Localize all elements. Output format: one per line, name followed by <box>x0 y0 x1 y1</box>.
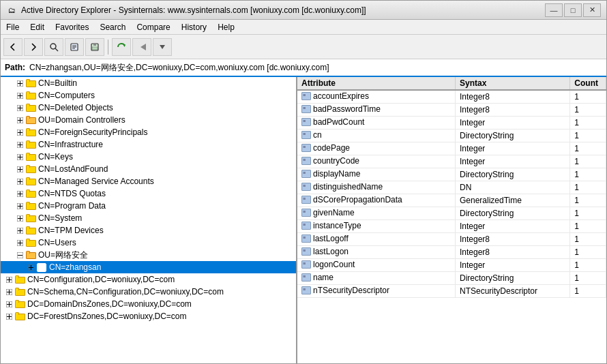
folder-icon <box>25 177 36 186</box>
attr-row[interactable]: ≡ distinguishedName DN1 <box>297 181 606 194</box>
attr-row[interactable]: ≡ accountExpires Integer81 <box>297 90 606 104</box>
attr-row[interactable]: ≡ dSCorePropagationData GeneralizedTime1 <box>297 194 606 207</box>
attr-syntax-cell: Integer8 <box>456 90 570 104</box>
attr-name-cell: ≡ dSCorePropagationData <box>297 194 456 207</box>
back-button[interactable] <box>3 38 23 56</box>
search-button[interactable] <box>44 38 63 56</box>
tree-item[interactable]: DC=ForestDnsZones,DC=woniuxy,DC=com <box>1 310 296 322</box>
attr-row[interactable]: ≡ logonCount Integer1 <box>297 259 606 272</box>
attr-row[interactable]: ≡ lastLogoff Integer81 <box>297 233 606 246</box>
tree-item-label: OU=Domain Controllers <box>38 115 125 125</box>
folder-icon <box>25 78 36 88</box>
tree-item[interactable]: CN=System <box>1 212 296 224</box>
expand-icon[interactable] <box>14 249 25 260</box>
attr-name: accountExpires <box>313 91 369 101</box>
expand-icon[interactable] <box>14 115 25 125</box>
tree-item[interactable]: CN=Program Data <box>1 200 296 212</box>
save-button[interactable] <box>85 38 104 56</box>
tree-item[interactable]: OU=Domain Controllers <box>1 114 296 126</box>
expand-icon[interactable] <box>25 262 36 273</box>
folder-icon <box>25 115 36 125</box>
attr-count-cell: 1 <box>570 90 606 104</box>
tree-item-label: CN=Infrastructure <box>38 140 103 149</box>
tree-panel[interactable]: CN=Builtin CN=Computers CN=Deleted Objec… <box>1 77 297 364</box>
expand-icon[interactable] <box>14 127 25 138</box>
tree-item[interactable]: CN=LostAndFound <box>1 163 296 175</box>
tree-item[interactable]: CN=Configuration,DC=woniuxy,DC=com <box>1 273 296 286</box>
tree-item[interactable]: CN=Infrastructure <box>1 138 296 151</box>
folder-icon <box>25 164 36 174</box>
expand-icon[interactable] <box>14 102 25 113</box>
attr-count-cell: 1 <box>570 142 606 155</box>
expand-icon[interactable] <box>14 225 25 236</box>
close-button[interactable]: ✕ <box>583 3 601 17</box>
tree-item[interactable]: CN=TPM Devices <box>1 224 296 237</box>
attr-row[interactable]: ≡ badPasswordTime Integer81 <box>297 104 606 117</box>
expand-icon[interactable] <box>14 176 25 187</box>
refresh-button[interactable] <box>112 38 131 56</box>
tree-item[interactable]: CN=ForeignSecurityPrincipals <box>1 126 296 138</box>
menu-item-help[interactable]: Help <box>212 20 240 34</box>
expand-icon[interactable] <box>14 78 25 89</box>
tree-item[interactable]: CN=Deleted Objects <box>1 102 296 114</box>
expand-icon[interactable] <box>3 274 14 285</box>
attr-row[interactable]: ≡ badPwdCount Integer1 <box>297 117 606 130</box>
maximize-button[interactable]: □ <box>564 3 582 17</box>
attr-name-cell: ≡ name <box>297 272 456 285</box>
attr-row[interactable]: ≡ givenName DirectoryString1 <box>297 207 606 220</box>
menu-item-history[interactable]: History <box>176 20 212 34</box>
expand-icon[interactable] <box>14 237 25 248</box>
menu-item-file[interactable]: File <box>1 20 25 34</box>
tree-item[interactable]: OU=网络安全 <box>1 249 296 261</box>
tree-item[interactable]: CN=Builtin <box>1 77 296 89</box>
back-nav-button[interactable] <box>132 38 151 56</box>
tree-item[interactable]: CN=NTDS Quotas <box>1 187 296 200</box>
expand-icon[interactable] <box>3 311 14 322</box>
toolbar <box>1 35 606 59</box>
expand-icon[interactable] <box>14 164 25 175</box>
tree-item[interactable]: CN=Users <box>1 237 296 249</box>
tree-item[interactable]: DC=DomainDnsZones,DC=woniuxy,DC=com <box>1 298 296 310</box>
minimize-button[interactable]: — <box>545 3 563 17</box>
attr-row[interactable]: ≡ lastLogon Integer81 <box>297 246 606 259</box>
expand-icon[interactable] <box>3 286 14 297</box>
expand-icon[interactable] <box>14 90 25 101</box>
tree-item-label: CN=ForeignSecurityPrincipals <box>38 127 147 137</box>
tree-item-label: DC=ForestDnsZones,DC=woniuxy,DC=com <box>27 312 187 321</box>
attr-count-cell: 1 <box>570 155 606 168</box>
expand-icon[interactable] <box>14 139 25 150</box>
attr-row[interactable]: ≡ codePage Integer1 <box>297 142 606 155</box>
attr-panel[interactable]: Attribute Syntax Count ≡ accountExpires … <box>297 77 606 364</box>
dropdown-button[interactable] <box>153 38 172 56</box>
folder-icon <box>25 213 36 223</box>
tree-item[interactable]: CN=Computers <box>1 89 296 102</box>
attr-row[interactable]: ≡ name DirectoryString1 <box>297 272 606 285</box>
attr-row[interactable]: ≡ nTSecurityDescriptor NTSecurityDescrip… <box>297 285 606 298</box>
expand-icon[interactable] <box>14 188 25 199</box>
tree-item[interactable]: CN=Schema,CN=Configuration,DC=woniuxy,DC… <box>1 286 296 298</box>
tree-item[interactable]: CN=Keys <box>1 151 296 163</box>
menu-item-search[interactable]: Search <box>94 20 131 34</box>
properties-button[interactable] <box>65 38 84 56</box>
menu-item-favorites[interactable]: Favorites <box>50 20 94 34</box>
forward-button[interactable] <box>24 38 43 56</box>
tree-item[interactable]: CN=Managed Service Accounts <box>1 175 296 187</box>
attr-row[interactable]: ≡ countryCode Integer1 <box>297 155 606 168</box>
expand-icon[interactable] <box>14 200 25 211</box>
attr-row[interactable]: ≡ displayName DirectoryString1 <box>297 168 606 181</box>
tree-item-label: DC=DomainDnsZones,DC=woniuxy,DC=com <box>27 299 192 309</box>
svg-marker-10 <box>140 44 146 50</box>
menu-item-edit[interactable]: Edit <box>25 20 50 34</box>
attr-row[interactable]: ≡ instanceType Integer1 <box>297 220 606 233</box>
expand-icon[interactable] <box>14 213 25 224</box>
tree-item-label: CN=System <box>38 213 82 223</box>
attr-name-cell: ≡ instanceType <box>297 220 456 233</box>
attr-row[interactable]: ≡ cn DirectoryString1 <box>297 130 606 142</box>
expand-icon[interactable] <box>14 151 25 162</box>
attr-count-cell: 1 <box>570 117 606 130</box>
tree-item[interactable]: CN=zhangsan <box>1 261 296 273</box>
svg-marker-11 <box>160 45 165 49</box>
attr-count-cell: 1 <box>570 285 606 298</box>
menu-item-compare[interactable]: Compare <box>131 20 175 34</box>
expand-icon[interactable] <box>3 299 14 309</box>
